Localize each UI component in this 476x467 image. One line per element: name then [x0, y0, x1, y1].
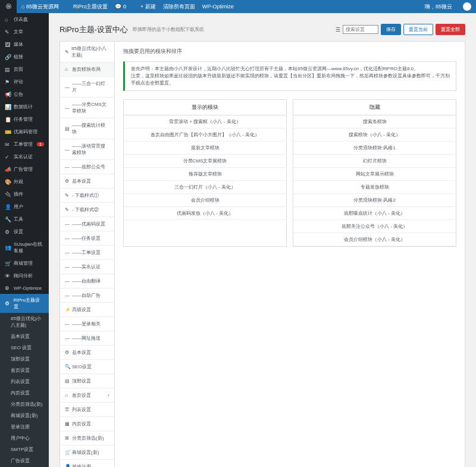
sidebar-item-RiPro主题设置[interactable]: ⚙RiPro主题设置: [0, 294, 49, 313]
topbar-greeting[interactable]: 嗨，85微云: [425, 3, 452, 11]
sidebar-label: 公告: [14, 91, 23, 98]
nav-item[interactable]: ———底部公众号: [60, 160, 114, 174]
sidebar-item-公告[interactable]: 📢公告: [0, 88, 49, 101]
sidebar-sub-item[interactable]: 基本设置: [0, 331, 49, 342]
sidebar-item-WP-Optimize[interactable]: ⊕WP-Optimize: [0, 282, 49, 294]
module-item[interactable]: 会员介绍模块（小八 - 美化）: [293, 233, 456, 246]
nav-item[interactable]: ⚙基本设置: [60, 174, 114, 189]
nav-item[interactable]: ———登录相关: [60, 317, 114, 331]
nav-item[interactable]: ⌂首页模块布局: [60, 62, 114, 77]
nav-item[interactable]: ———工单设置: [60, 246, 114, 260]
nav-item[interactable]: ⚙基本设置: [60, 346, 114, 360]
sidebar-item-工单管理[interactable]: ✉工单管理1: [0, 138, 49, 151]
sidebar-item-广告管理[interactable]: 📣广告管理: [0, 163, 49, 175]
module-item[interactable]: 底部吸底统计（小八 - 美化）: [293, 207, 456, 220]
module-item[interactable]: 三合一幻灯片（小八 - 美化）: [124, 181, 286, 194]
nav-item[interactable]: ———滚动背景搜索模块: [60, 139, 114, 160]
sidebar-sub-item[interactable]: 顶部设置: [0, 353, 49, 365]
nav-item[interactable]: ✎85微云优化|小八主题|: [60, 42, 114, 62]
avatar-icon[interactable]: [463, 2, 471, 11]
sidebar-item-页面[interactable]: ▤页面: [0, 63, 49, 76]
nav-item[interactable]: ⚡高级设置: [60, 303, 114, 317]
module-item[interactable]: 分类CMS文章展模块: [124, 155, 286, 168]
topbar-theme-link[interactable]: RiPro主题设置: [73, 3, 108, 11]
sidebar-item-商城管理[interactable]: 🛒商城管理: [0, 257, 49, 269]
nav-item[interactable]: 🔍SEO设置: [60, 360, 114, 374]
nav-item[interactable]: ✎- 下载样式①: [60, 189, 114, 203]
sidebar-item-SUsujian在线客服[interactable]: 👥SUsujian在线客服: [0, 238, 49, 257]
nav-item[interactable]: ▤顶部设置: [60, 374, 114, 388]
sidebar-sub-item[interactable]: 85微云优化|小八主题|: [0, 313, 49, 331]
topbar-wpoptimize[interactable]: WP-Optimize: [202, 4, 234, 10]
module-item[interactable]: 搜索模块（小八 - 美化）: [293, 128, 456, 142]
module-item[interactable]: 会员介绍模块: [124, 194, 286, 207]
nav-item[interactable]: ▦内页设置: [60, 417, 114, 431]
module-item[interactable]: 底部关注公众号（小八 - 美化）: [293, 220, 456, 233]
sidebar-item-数据统计[interactable]: 📊数据统计: [0, 101, 49, 113]
sidebar-sub-item[interactable]: 用户中心: [0, 432, 49, 444]
module-item[interactable]: 幻灯片模块: [293, 155, 456, 168]
nav-item[interactable]: ———分类CMS文章模块: [60, 98, 114, 118]
nav-item[interactable]: ⌂首页设置: [60, 388, 114, 403]
module-item[interactable]: 搜索条模块: [293, 115, 456, 128]
sidebar-sub-item[interactable]: 登录注册: [0, 421, 49, 432]
module-item[interactable]: 背景滚动 + 搜索框（小八 - 美化）: [124, 115, 286, 128]
nav-item[interactable]: 👤登录注册: [60, 460, 114, 467]
nav-item[interactable]: ☰列表设置: [60, 403, 114, 417]
sidebar-item-外观[interactable]: 🎨外观: [0, 175, 49, 188]
sidebar-sub-item[interactable]: 首页设置: [0, 365, 49, 376]
nav-label: - 下载样式①: [72, 192, 99, 199]
nav-item[interactable]: ———三合一幻灯片: [60, 77, 114, 98]
sidebar-item-插件[interactable]: 🔌插件: [0, 188, 49, 200]
nav-icon: —: [65, 293, 70, 298]
nav-item[interactable]: ✎- 下载样式②: [60, 203, 114, 217]
sidebar-item-实名认证[interactable]: ✓实名认证: [0, 151, 49, 163]
reset-section-button[interactable]: 重置当前: [403, 24, 433, 35]
sidebar-sub-item[interactable]: 内页设置: [0, 387, 49, 399]
nav-item[interactable]: ———优惠码设置: [60, 217, 114, 231]
nav-item[interactable]: ———任务设置: [60, 231, 114, 246]
reset-all-button[interactable]: 重置全部: [436, 24, 465, 35]
sidebar-sub-item[interactable]: 列表设置: [0, 376, 49, 387]
sidebar-item-任务管理[interactable]: 📋任务管理: [0, 113, 49, 126]
sidebar-item-优惠码管理[interactable]: 🎫优惠码管理: [0, 126, 49, 138]
module-item[interactable]: 网站文章展示模块: [293, 168, 456, 181]
sidebar-item-链接[interactable]: 🔗链接: [0, 51, 49, 63]
sidebar-sub-item[interactable]: SMTP设置: [0, 444, 49, 455]
notice-line1: 首先声明：本主题由小八开发设计，近期小八比较忙无心打理原有子主题，本站85微云资…: [131, 65, 450, 73]
sidebar-item-媒体[interactable]: 🖼媒体: [0, 38, 49, 51]
sidebar-item-评论[interactable]: ⚑评论: [0, 76, 49, 88]
module-item[interactable]: 分类滑块模块·风格2: [293, 194, 456, 207]
sidebar-sub-item[interactable]: 商城设置(新): [0, 410, 49, 421]
sidebar-item-用户[interactable]: 👤用户: [0, 200, 49, 213]
sidebar-item-文章[interactable]: ✎文章: [0, 26, 49, 38]
save-button[interactable]: 保存: [381, 24, 401, 35]
sidebar-item-仪表盘[interactable]: ⌂仪表盘: [0, 13, 49, 26]
wp-logo-icon[interactable]: ⓦ: [0, 0, 17, 13]
nav-icon: —: [65, 147, 70, 152]
nav-item[interactable]: ———网址推送: [60, 331, 114, 346]
nav-item[interactable]: ———自助广告: [60, 289, 114, 303]
nav-item[interactable]: ———自由翻译: [60, 274, 114, 289]
module-item[interactable]: 专题发放模块: [293, 181, 456, 194]
sidebar-sub-item[interactable]: 广告设置: [0, 455, 49, 466]
module-item[interactable]: 最新文章模块: [124, 142, 286, 155]
sidebar-item-顾问分析[interactable]: 👁顾问分析: [0, 269, 49, 282]
nav-item[interactable]: ⊞分类页筛选(新): [60, 431, 114, 446]
nav-item[interactable]: 🛒商城设置(新): [60, 446, 114, 460]
topbar-comments[interactable]: 💬 0: [115, 4, 133, 10]
sidebar-item-工具[interactable]: 🔧工具: [0, 213, 49, 225]
module-item[interactable]: 优惠码发放（小八 - 美化）: [124, 207, 286, 220]
sidebar-sub-item[interactable]: SEO 设置: [0, 342, 49, 353]
nav-item[interactable]: ▤——搜索统计模块: [60, 118, 114, 139]
topbar-clear-cache[interactable]: 清除所有页面: [163, 3, 195, 11]
topbar-new[interactable]: + 新建: [140, 3, 156, 11]
search-input[interactable]: [343, 25, 378, 34]
module-item[interactable]: 推荐版文章模块: [124, 168, 286, 181]
nav-item[interactable]: ———实名认证: [60, 260, 114, 274]
module-item[interactable]: 首页自由图片广告【四个小方图片】（小八 - 美化）: [124, 128, 286, 142]
topbar-site[interactable]: ⌂ 85微云资源网: [21, 3, 66, 11]
sidebar-sub-item[interactable]: 分类页筛选(新): [0, 399, 49, 410]
sidebar-item-设置[interactable]: ⚙设置: [0, 225, 49, 238]
module-item[interactable]: 分类滑块模块·风格1: [293, 142, 456, 155]
